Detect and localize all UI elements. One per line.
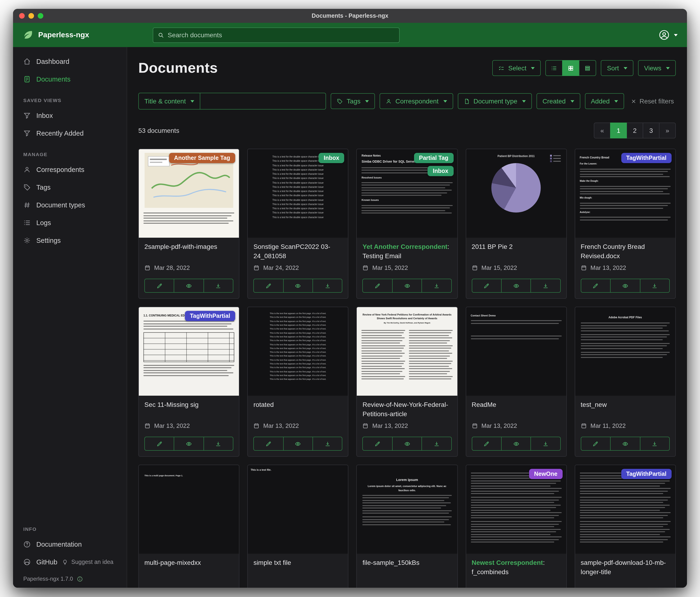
- download-document-button[interactable]: [203, 279, 233, 293]
- document-title[interactable]: simple txt file: [253, 558, 342, 567]
- document-title[interactable]: ReadMe: [472, 400, 560, 409]
- view-document-button[interactable]: [501, 279, 531, 293]
- sidebar-item-documents[interactable]: Documents: [13, 70, 127, 88]
- document-thumbnail[interactable]: This is the text that appears on the fir…: [248, 307, 348, 396]
- download-document-button[interactable]: [422, 279, 452, 293]
- sidebar-item-settings[interactable]: Settings: [13, 232, 127, 249]
- maximize-window-button[interactable]: [38, 13, 43, 19]
- document-thumbnail[interactable]: 1.1. CONTINUING MEDICAL EDUCATagWithPart…: [139, 307, 239, 396]
- view-document-button[interactable]: [392, 279, 422, 293]
- document-thumbnail[interactable]: Release NotesSimba ODBC Driver for SQL S…: [357, 149, 457, 238]
- download-document-button[interactable]: [531, 279, 561, 293]
- view-document-button[interactable]: [283, 279, 313, 293]
- info-icon[interactable]: [77, 576, 83, 582]
- document-title[interactable]: Yet Another Correspondent: Testing Email: [362, 242, 452, 261]
- filter-document-type-button[interactable]: Document type: [457, 93, 532, 109]
- pagination-page-3[interactable]: 3: [643, 123, 659, 138]
- document-thumbnail[interactable]: Patient BP Distribution 2011: [466, 149, 566, 238]
- document-title[interactable]: sample-pdf-download-10-mb-longer-title: [581, 558, 670, 576]
- download-document-button[interactable]: [203, 437, 233, 451]
- sidebar-item-github[interactable]: GitHub: [13, 553, 62, 571]
- document-thumbnail[interactable]: Adobe Acrobat PDF Files: [575, 307, 675, 396]
- document-title[interactable]: Sonstige ScanPC2022 03-24_081058: [253, 242, 342, 261]
- pagination-prev-button[interactable]: «: [594, 123, 610, 138]
- pagination-page-2[interactable]: 2: [626, 123, 643, 138]
- sidebar-item-logs[interactable]: Logs: [13, 214, 127, 232]
- document-title[interactable]: multi-page-mixedxx: [144, 558, 233, 567]
- filter-created-button[interactable]: Created: [536, 93, 580, 109]
- edit-document-button[interactable]: [581, 437, 611, 451]
- document-thumbnail[interactable]: Review of New York Federal Petitions for…: [357, 307, 457, 396]
- edit-document-button[interactable]: [144, 437, 174, 451]
- document-title[interactable]: Newest Correspondent: f_combineds: [472, 558, 560, 576]
- sidebar-item-tags[interactable]: Tags: [13, 178, 127, 196]
- select-button[interactable]: Select: [493, 60, 541, 76]
- edit-document-button[interactable]: [362, 437, 393, 451]
- download-document-button[interactable]: [422, 437, 452, 451]
- document-title[interactable]: test_new: [581, 400, 670, 409]
- title-content-filter-input[interactable]: [200, 93, 326, 110]
- sidebar-item-inbox[interactable]: Inbox: [13, 107, 127, 124]
- document-title[interactable]: Sec 11-Missing sig: [144, 400, 233, 409]
- sort-button[interactable]: Sort: [601, 60, 633, 76]
- brand-logo[interactable]: Paperless-ngx: [22, 29, 89, 41]
- suggest-idea-link[interactable]: Suggest an idea: [62, 559, 118, 565]
- view-document-button[interactable]: [501, 437, 531, 451]
- view-document-button[interactable]: [283, 437, 313, 451]
- document-thumbnail[interactable]: NewOne: [466, 465, 566, 554]
- views-button[interactable]: Views: [638, 60, 676, 76]
- download-document-button[interactable]: [312, 279, 343, 293]
- filter-correspondent-button[interactable]: Correspondent: [380, 93, 453, 109]
- document-thumbnail[interactable]: This is a multi page document. Page 1.: [139, 465, 239, 554]
- minimize-window-button[interactable]: [28, 13, 34, 19]
- document-title[interactable]: file-sample_150kBs: [362, 558, 452, 567]
- card-view-button[interactable]: [579, 60, 596, 76]
- sidebar-item-recently-added[interactable]: Recently Added: [13, 124, 127, 142]
- close-window-button[interactable]: [19, 13, 25, 19]
- document-thumbnail[interactable]: This is a test for the double space char…: [248, 149, 348, 238]
- pagination-next-button[interactable]: »: [659, 123, 676, 138]
- filter-tags-button[interactable]: Tags: [331, 93, 375, 109]
- view-document-button[interactable]: [174, 437, 204, 451]
- view-document-button[interactable]: [610, 437, 640, 451]
- download-document-button[interactable]: [640, 279, 670, 293]
- document-thumbnail[interactable]: TagWithPartial: [575, 465, 675, 554]
- filter-added-button[interactable]: Added: [585, 93, 624, 109]
- edit-document-button[interactable]: [362, 279, 393, 293]
- reset-filters-button[interactable]: Reset filters: [629, 97, 676, 105]
- edit-document-button[interactable]: [581, 279, 611, 293]
- document-title[interactable]: 2sample-pdf-with-images: [144, 242, 233, 252]
- view-document-button[interactable]: [392, 437, 422, 451]
- user-menu[interactable]: [658, 29, 678, 41]
- download-document-button[interactable]: [640, 437, 670, 451]
- tag-pill[interactable]: Partial Tag: [414, 153, 453, 163]
- tag-pill[interactable]: TagWithPartial: [621, 153, 672, 163]
- edit-document-button[interactable]: [144, 279, 174, 293]
- tag-pill[interactable]: Inbox: [428, 166, 454, 176]
- document-correspondent[interactable]: Newest Correspondent: [472, 559, 543, 566]
- filter-field-dropdown[interactable]: Title & content: [138, 93, 200, 110]
- document-thumbnail[interactable]: French Country BreadFor the Leaven:Make …: [575, 149, 675, 238]
- document-title[interactable]: French Country Bread Revised.docx: [581, 242, 670, 261]
- view-document-button[interactable]: [610, 279, 640, 293]
- document-title[interactable]: rotated: [253, 400, 342, 409]
- document-title[interactable]: 2011 BP Pie 2: [472, 242, 560, 252]
- download-document-button[interactable]: [312, 437, 343, 451]
- grid-view-button[interactable]: [562, 60, 579, 76]
- sidebar-item-document-types[interactable]: Document types: [13, 196, 127, 214]
- document-thumbnail[interactable]: This is a test file.: [248, 465, 348, 554]
- tag-pill[interactable]: NewOne: [529, 469, 562, 479]
- tag-pill[interactable]: Inbox: [319, 153, 344, 163]
- document-correspondent[interactable]: Yet Another Correspondent: [362, 243, 448, 250]
- search-input[interactable]: [168, 31, 395, 39]
- sidebar-item-dashboard[interactable]: Dashboard: [13, 53, 127, 70]
- tag-pill[interactable]: TagWithPartial: [185, 311, 235, 321]
- sidebar-item-correspondents[interactable]: Correspondents: [13, 161, 127, 178]
- download-document-button[interactable]: [531, 437, 561, 451]
- tag-pill[interactable]: TagWithPartial: [621, 469, 672, 479]
- edit-document-button[interactable]: [253, 437, 283, 451]
- view-document-button[interactable]: [174, 279, 204, 293]
- sidebar-item-documentation[interactable]: Documentation: [13, 535, 127, 553]
- document-thumbnail[interactable]: Lorem ipsumLorem ipsum dolor sit amet, c…: [357, 465, 457, 554]
- list-view-button[interactable]: [545, 60, 562, 76]
